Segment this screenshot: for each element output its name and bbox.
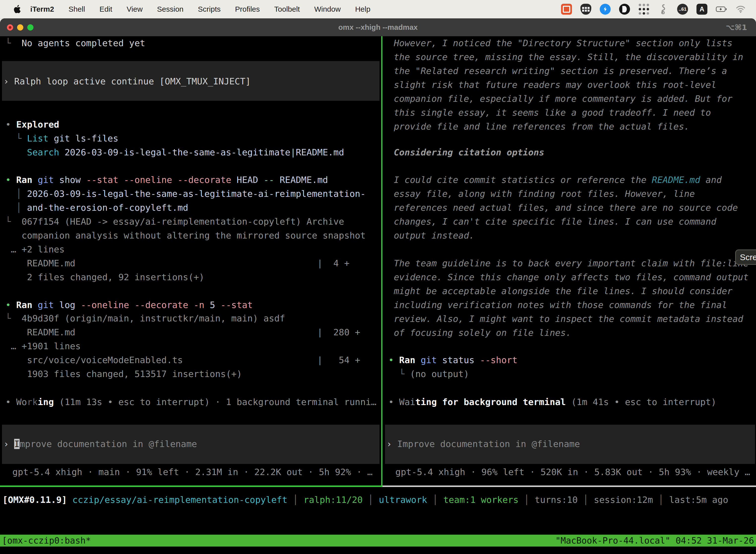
menubar-item-view[interactable]: View	[127, 5, 143, 13]
terminal-content: └ No agents completed yet› Ralph loop ac…	[0, 36, 756, 554]
terminal-line: The team guideline is to back every impo…	[388, 257, 749, 270]
terminal-line: … +1901 lines	[5, 339, 81, 353]
menubar-item-window[interactable]: Window	[314, 5, 341, 13]
terminal-line: including verification notes with those …	[388, 298, 727, 312]
right-prompt-text: › Improve documentation in @filename	[386, 437, 580, 451]
thinking-heading: Considering citation options	[388, 146, 545, 159]
menubar-item-shell[interactable]: Shell	[68, 5, 85, 13]
left-session-stats: gpt-5.4 xhigh · main · 91% left · 2.31M …	[12, 465, 373, 479]
menu-bar: iTerm2ShellEditViewSessionScriptsProfile…	[0, 0, 756, 19]
omx-status-area: [OMX#0.11.9] cczip/essay/ai-reimplementa…	[0, 493, 756, 507]
terminal-line: references need actual files, and since …	[388, 201, 738, 215]
terminal-line: • Ran git log --oneline --decorate -n 5 …	[5, 298, 253, 312]
terminal-line: │ 2026-03-09-is-legal-the-same-as-legiti…	[5, 187, 366, 201]
right-session-stats: gpt-5.4 xhigh · 96% left · 520K in · 5.8…	[395, 465, 750, 479]
left-prompt-text: › Improve documentation in @filename	[3, 437, 197, 451]
screen-overlay-label: Scre	[740, 253, 756, 262]
terminal-line: src/voice/voiceModeEnabled.ts | 54 +	[5, 353, 360, 367]
menu-items: iTerm2ShellEditViewSessionScriptsProfile…	[30, 5, 370, 13]
terminal-line: changes, I can't cite specific file line…	[388, 215, 716, 229]
terminal-line: the "Related research writing" section i…	[388, 64, 727, 78]
terminal-line: └ (no output)	[388, 367, 469, 381]
right-terminal-pane[interactable]: However, I noticed the "Directory Struct…	[383, 36, 756, 486]
input-source-icon[interactable]: A	[696, 4, 707, 15]
waiting-status-line: • Waiting for background terminal (1m 41…	[388, 395, 716, 409]
left-terminal-pane[interactable]: └ No agents completed yet› Ralph loop ac…	[0, 36, 381, 486]
terminal-line: README.md | 4 +	[5, 257, 350, 270]
terminal-line: Search 2026-03-09-is-legal-the-same-as-l…	[5, 146, 344, 159]
terminal-line: … +2 lines	[5, 242, 64, 257]
terminal-line: However, I noticed the "Directory Struct…	[388, 36, 733, 50]
terminal-line: I could cite commit statistics or refere…	[388, 173, 722, 187]
terminal-line: companion file, especially if more comme…	[388, 92, 733, 106]
omx-status-line: [OMX#0.11.9] cczip/essay/ai-reimplementa…	[2, 493, 728, 507]
terminal-line: • Ran git status --short	[388, 353, 517, 367]
terminal-line: slight risk that future readers may over…	[388, 78, 716, 92]
pane-bottom-border-active	[0, 486, 382, 487]
terminal-line: └ 4b9d30f (origin/main, instructkr/main,…	[5, 312, 285, 325]
chat-app-icon[interactable]	[561, 4, 572, 15]
terminal-line: might be acceptable alongside the file l…	[388, 284, 733, 298]
terminal-line: README.md | 280 +	[5, 325, 360, 339]
menubar-item-help[interactable]: Help	[355, 5, 371, 13]
dark-circle-icon[interactable]	[619, 4, 630, 15]
window-titlebar: omx --xhigh --madmax ⌥⌘1	[0, 18, 756, 36]
messenger-bolt-icon[interactable]	[600, 4, 611, 15]
badge-61-icon[interactable]: ..61	[677, 4, 688, 15]
terminal-line: └ 067f154 (HEAD -> essay/ai-reimplementa…	[5, 215, 344, 229]
terminal-line: companion analysis without altering the …	[5, 229, 366, 242]
terminal-line: • Ran git show --stat --oneline --decora…	[5, 173, 328, 187]
terminal-line: essay file, along with finding root file…	[388, 187, 695, 201]
terminal-line: review. Also, I might want to inspect th…	[388, 312, 743, 326]
window-title: omx --xhigh --madmax	[0, 23, 756, 32]
terminal-line: output instead.	[388, 229, 475, 242]
terminal-line: • Explored	[5, 118, 59, 131]
menubar-item-profiles[interactable]: Profiles	[235, 5, 260, 13]
tmux-session-label[interactable]: [omx-cczip0:bash*	[2, 536, 91, 546]
terminal-line: the source tree, missing the essay. Stil…	[388, 50, 743, 64]
ralph-inject-line: › Ralph loop active continue [OMX_TMUX_I…	[3, 74, 251, 88]
terminal-line: provide file and line references from th…	[388, 120, 690, 133]
terminal-line: of focusing solely on file lines.	[388, 326, 571, 340]
menubar-item-scripts[interactable]: Scripts	[198, 5, 221, 13]
menubar-item-toolbelt[interactable]: Toolbelt	[274, 5, 300, 13]
working-status-line: • Working (11m 13s • esc to interrupt) ·…	[5, 395, 377, 409]
menubar-item-iterm2[interactable]: iTerm2	[30, 5, 54, 13]
terminal-line: └ List git ls-files	[5, 131, 118, 146]
apple-icon[interactable]	[13, 5, 21, 14]
menubar-item-edit[interactable]: Edit	[100, 5, 112, 13]
battery-icon[interactable]	[716, 4, 727, 15]
menubar-item-session[interactable]: Session	[157, 5, 184, 13]
grid-dots-icon[interactable]	[638, 4, 649, 15]
terminal-line: this single essay, it seems like a good …	[388, 106, 711, 120]
terminal-line: evidence. Since this change only affects…	[388, 270, 749, 284]
iterm-window: omx --xhigh --madmax ⌥⌘1 └ No agents com…	[0, 18, 756, 554]
shield-grid-icon[interactable]	[580, 4, 591, 15]
pane-bottom-border-inactive	[382, 486, 756, 487]
terminal-line: └ No agents completed yet	[5, 36, 145, 50]
screen-overlay-badge[interactable]: Scre	[735, 250, 756, 265]
status-tray: ..61 A	[561, 4, 746, 15]
tab-shortcut-label: ⌥⌘1	[726, 23, 747, 32]
terminal-line: 2 files changed, 92 insertions(+)	[5, 270, 204, 284]
hook-icon[interactable]	[658, 4, 669, 15]
tmux-status-bar: [omx-cczip0:bash* "MacBook-Pro-44.local"…	[0, 535, 756, 547]
tmux-host-clock-label: "MacBook-Pro-44.local" 04:52 31-Mar-26	[555, 536, 754, 546]
pane-divider[interactable]	[381, 36, 382, 486]
wifi-icon[interactable]	[735, 4, 746, 15]
terminal-line: 1903 files changed, 513517 insertions(+)	[5, 367, 242, 381]
terminal-line: │ and-the-erosion-of-copyleft.md	[5, 201, 188, 215]
